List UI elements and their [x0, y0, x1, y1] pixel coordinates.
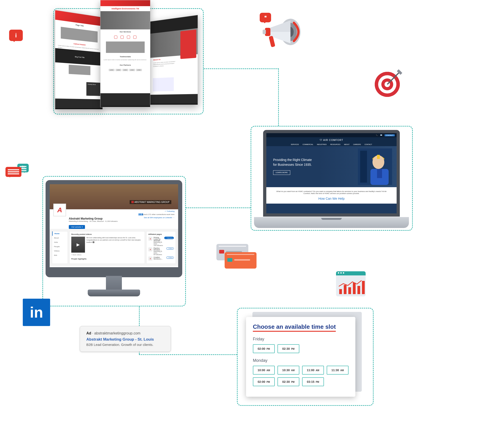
connector-1 — [204, 68, 279, 69]
connections-text: Ena & 172 other connections work here — [143, 213, 174, 216]
partner-chip: LOGO — [122, 69, 128, 71]
mockup-right-page: About Us Lorem ipsum dolor sit amet cons… — [150, 15, 198, 105]
svg-rect-10 — [263, 30, 266, 34]
side-nav-people[interactable]: People — [52, 244, 68, 249]
mockup-left-sidebar: Growing Since — [86, 82, 101, 96]
scheduler-card: Choose an available time slot Friday02:0… — [246, 317, 355, 397]
time-slot[interactable]: 02:00 PM — [253, 344, 275, 353]
partner-chip: LOGO — [116, 69, 121, 71]
mockup-left-page: Page Title Callout Header Lorem ipsum do… — [55, 10, 103, 109]
laptop-help-title: How Can We Help — [273, 197, 390, 200]
mockup-center-partners: Our Partners — [101, 63, 150, 67]
scheduler-day-label: Friday — [253, 337, 349, 342]
hero-line-1: Providing the Right Climate — [273, 158, 312, 162]
laptop-mockup: 📞📧CONTACT 🛡 AIR COMFORT SERVICES COMMERC… — [254, 130, 409, 228]
scheduler-day-label: Monday — [253, 358, 349, 363]
partner-chip: LOGO — [136, 69, 142, 71]
time-slot[interactable]: 11:30 AM — [327, 366, 349, 375]
banner-sign: 🅰 ABSTRAKT MARKETING GROUP — [130, 200, 171, 204]
nav-item[interactable]: CAREERS — [353, 144, 361, 145]
nav-item[interactable]: COMMERCIAL — [303, 144, 313, 145]
svg-rect-5 — [377, 169, 382, 178]
nav-item[interactable]: ABOUT — [344, 144, 349, 145]
following-badge[interactable]: ✓ Following — [165, 210, 174, 212]
people-highlights-title: People highlights — [71, 258, 143, 260]
company-side-nav: Home About Jobs People Videos Ads — [52, 231, 68, 264]
side-nav-ads[interactable]: Ads — [52, 253, 68, 257]
mockup-center-testimonials: Testimonials — [101, 54, 150, 59]
partner-chip: LOGO — [109, 69, 115, 71]
connector-2 — [186, 208, 250, 208]
desktop-mockup: 🅰 ABSTRAKT MARKETING GROUP A Abstrakt Ma… — [46, 180, 182, 303]
side-nav-home[interactable]: Home — [52, 232, 68, 236]
nav-item[interactable]: CONTACT — [365, 144, 372, 145]
aff-name: Creative Services |… — [154, 256, 163, 260]
mockup-center-services: Our Services — [101, 29, 150, 34]
time-slot[interactable]: 10:30 AM — [277, 366, 299, 375]
aff-name: Driving Leads by Abstrakt… — [154, 237, 162, 241]
target-icon — [374, 68, 403, 98]
side-nav-videos[interactable]: Videos — [52, 249, 68, 253]
ad-title: Abstrakt Marketing Group - St. Louis — [86, 337, 164, 342]
time-slot[interactable]: 03:15 PM — [302, 377, 324, 386]
ad-desc: B2B Lead Generation. Growth of our clien… — [86, 343, 164, 346]
see-all-link[interactable]: See all 394 employees on LinkedIn → — [144, 216, 174, 219]
megaphone-icon — [256, 11, 302, 57]
nav-item[interactable]: SERVICES — [291, 144, 299, 145]
company-sub: Marketing & Advertising · St Louis, Miss… — [69, 220, 174, 222]
hero-line-2: for Businesses Since 1935. — [273, 162, 312, 167]
video-thumb[interactable] — [71, 237, 85, 253]
time-slot[interactable]: 02:30 PM — [277, 344, 299, 353]
email-windows-icon — [216, 244, 258, 271]
nav-item[interactable]: INDUSTRIES — [317, 144, 327, 145]
mockup-center-headline: Intelligent Environments TM — [101, 6, 150, 11]
linkedin-icon: in — [23, 299, 50, 326]
nav-item[interactable]: RESOURCES — [330, 144, 340, 145]
more-videos-link[interactable]: + More videos — [71, 254, 143, 256]
time-slot[interactable]: 02:00 PM — [253, 377, 275, 386]
time-slot[interactable]: 10:00 AM — [253, 366, 275, 375]
recently-posted-title: Recently posted videos — [71, 233, 143, 235]
laptop-nav: SERVICES COMMERCIAL INDUSTRIES RESOURCES… — [266, 143, 397, 146]
connector-3b — [139, 354, 237, 355]
connector-1b — [278, 68, 279, 126]
website-mockups: Page Title Callout Header Lorem ipsum do… — [55, 0, 198, 119]
side-nav-about[interactable]: About — [52, 236, 68, 240]
hero-button[interactable]: LEARN MORE — [273, 170, 290, 175]
time-slot[interactable]: 11:00 AM — [302, 366, 324, 375]
aff-follow-button[interactable]: ✓ Following — [164, 237, 174, 239]
analytics-icon — [336, 271, 366, 296]
video-blurb: We love collaborating with local dealers… — [86, 237, 143, 253]
aff-follow-button[interactable]: + Follow — [166, 247, 174, 250]
aff-follow-button[interactable]: + Follow — [166, 256, 174, 259]
time-slot[interactable]: 02:30 PM — [277, 377, 299, 386]
visit-website-button[interactable]: Visit website ▾ — [69, 225, 85, 229]
scheduler-title: Choose an available time slot — [253, 323, 336, 332]
svg-rect-1 — [360, 151, 367, 183]
ad-domain: abstraktmarketinggroup.com — [94, 331, 141, 335]
chat-bubbles-icon: ?! — [6, 167, 21, 178]
svg-rect-3 — [377, 155, 380, 159]
info-bubble-icon: i — [9, 30, 23, 41]
side-nav-jobs[interactable]: Jobs — [52, 240, 68, 244]
google-ad-card[interactable]: Ad · abstraktmarketinggroup.com Abstrakt… — [80, 326, 171, 352]
laptop-body-text: What do you want from an HVAC contractor… — [273, 190, 390, 194]
affiliated-title: Affiliated pages — [148, 233, 174, 235]
mockup-center-page: Intelligent Environments TM Our Services… — [100, 0, 150, 107]
ad-prefix: Ad — [86, 331, 91, 335]
partner-chip: LOGO — [129, 69, 135, 71]
aff-name: Pipeline Demand… — [154, 247, 162, 251]
laptop-brand: 🛡 AIR COMFORT — [266, 137, 397, 143]
worker-illustration — [358, 148, 392, 185]
